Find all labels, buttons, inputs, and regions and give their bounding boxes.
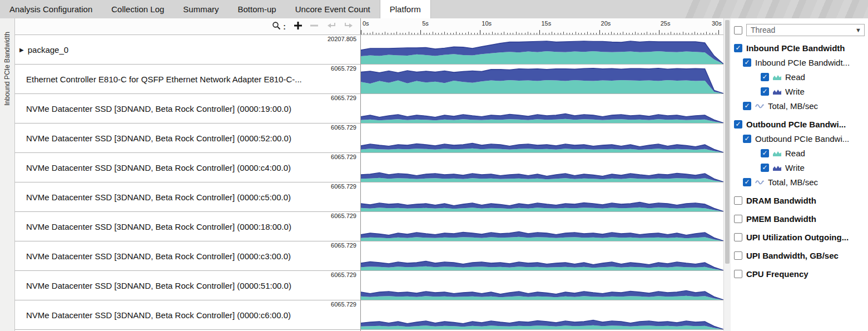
checked-checkbox[interactable]	[743, 58, 751, 67]
ruler-tick	[563, 32, 564, 34]
zoom-undo-icon[interactable]	[326, 21, 336, 32]
tab-platform[interactable]: Platform	[380, 0, 431, 18]
ruler-tick	[385, 32, 385, 34]
metric-item-read[interactable]: Read	[734, 70, 866, 84]
row-chart[interactable]	[360, 123, 723, 153]
metric-item-pmem-bandwidth[interactable]: PMEM Bandwidth	[734, 211, 866, 226]
metric-item-inbound-pcie-bandwidt[interactable]: Inbound PCIe Bandwidt...	[734, 55, 866, 70]
row-chart[interactable]	[360, 212, 723, 241]
metric-item-read[interactable]: Read	[734, 146, 866, 160]
tab-uncore-event-count[interactable]: Uncore Event Count	[286, 0, 380, 18]
row-label-cell[interactable]: 6065.729NVMe Datacenter SSD [3DNAND, Bet…	[15, 182, 360, 212]
checked-checkbox[interactable]	[743, 178, 751, 186]
metric-label: Write	[785, 163, 805, 172]
ruler-tick	[561, 33, 561, 34]
timeline-row: 6065.729NVMe Datacenter SSD [3DNAND, Bet…	[15, 300, 723, 330]
ruler-label: 30s	[712, 20, 722, 27]
metric-item-upi-utilization-outgoing[interactable]: UPI Utilization Outgoing...	[734, 230, 866, 244]
unchecked-checkbox[interactable]	[734, 251, 742, 260]
checked-checkbox[interactable]	[743, 135, 751, 143]
row-label-cell[interactable]: 6065.729NVMe Datacenter SSD [3DNAND, Bet…	[15, 271, 360, 300]
ruler-tick	[668, 33, 668, 34]
read-area-icon	[773, 150, 781, 156]
timeline-row: 6065.729NVMe Datacenter SSD [3DNAND, Bet…	[15, 123, 723, 153]
metric-item-write[interactable]: Write	[734, 84, 866, 98]
ruler-tick	[361, 30, 361, 34]
row-chart[interactable]	[360, 65, 723, 94]
row-name: NVMe Datacenter SSD [3DNAND, Beta Rock C…	[15, 300, 360, 329]
checked-checkbox[interactable]	[761, 73, 769, 81]
row-label-cell[interactable]: 20207.805▶package_0	[15, 35, 360, 65]
ruler-tick	[507, 33, 508, 34]
row-label-cell[interactable]: 6065.729NVMe Datacenter SSD [3DNAND, Bet…	[15, 212, 360, 241]
checked-checkbox[interactable]	[761, 164, 769, 172]
unchecked-checkbox[interactable]	[734, 215, 742, 223]
timeline-row: 6065.729NVMe Datacenter SSD [3DNAND, Bet…	[15, 212, 723, 241]
row-name-text: NVMe Datacenter SSD [3DNAND, Beta Rock C…	[26, 192, 291, 202]
metric-item-write[interactable]: Write	[734, 160, 866, 175]
ruler-tick	[686, 33, 686, 34]
ruler-tick	[459, 33, 460, 34]
ruler-tick	[539, 30, 540, 34]
row-chart[interactable]	[360, 241, 723, 271]
timeline-ruler[interactable]: 0s5s10s15s20s25s30s	[360, 18, 723, 34]
checked-checkbox[interactable]	[761, 87, 769, 96]
unchecked-checkbox[interactable]	[734, 270, 742, 278]
row-chart[interactable]	[360, 182, 723, 212]
checked-checkbox[interactable]	[734, 44, 742, 52]
zoom-in-icon[interactable]	[294, 22, 302, 32]
ruler-tick	[465, 33, 466, 34]
write-area-icon	[773, 165, 781, 171]
ruler-tick	[641, 33, 642, 34]
timeline-row: 6065.729NVMe Datacenter SSD [3DNAND, Bet…	[15, 182, 723, 212]
metric-item-cpu-frequency[interactable]: CPU Frequency	[734, 266, 866, 281]
expand-arrow-icon[interactable]: ▶	[19, 47, 24, 53]
row-label-cell[interactable]: 6065.729Ethernet Controller E810-C for Q…	[15, 65, 360, 94]
tab-collection-log[interactable]: Collection Log	[102, 0, 173, 18]
metric-item-dram-bandwidth[interactable]: DRAM Bandwidth	[734, 193, 866, 208]
row-label-cell[interactable]: 6065.729NVMe Datacenter SSD [3DNAND, Bet…	[15, 300, 360, 330]
row-label-cell[interactable]: 6065.729NVMe Datacenter SSD [3DNAND, Bet…	[15, 153, 360, 182]
tab-summary[interactable]: Summary	[173, 0, 228, 18]
row-chart[interactable]	[360, 300, 723, 330]
unchecked-checkbox[interactable]	[734, 233, 742, 241]
search-icon[interactable]	[272, 21, 281, 32]
vertical-scrollbar[interactable]	[723, 18, 731, 331]
metric-label: Inbound PCIe Bandwidt...	[755, 58, 850, 67]
row-chart[interactable]	[360, 35, 723, 65]
metric-item-outbound-pcie-bandwi[interactable]: Outbound PCIe Bandwi...	[734, 131, 866, 146]
ruler-tick	[602, 33, 603, 34]
ruler-tick	[596, 33, 597, 34]
checked-checkbox[interactable]	[734, 120, 742, 129]
ruler-tick	[578, 33, 579, 34]
ruler-tick	[545, 33, 546, 34]
scrollbar-thumb[interactable]	[725, 20, 730, 264]
ruler-tick	[489, 33, 489, 34]
ruler-tick	[444, 32, 445, 34]
tab-bottom-up[interactable]: Bottom-up	[229, 0, 286, 18]
unchecked-checkbox[interactable]	[734, 196, 742, 205]
row-label-cell[interactable]: 6065.729NVMe Datacenter SSD [3DNAND, Bet…	[15, 94, 360, 123]
ruler-tick	[409, 32, 409, 34]
thread-dropdown[interactable]: Thread ▼	[746, 24, 865, 36]
tab-analysis-configuration[interactable]: Analysis Configuration	[0, 0, 102, 18]
row-label-cell[interactable]: 6065.729NVMe Datacenter SSD [3DNAND, Bet…	[15, 123, 360, 153]
metric-item-upi-bandwidth-gb-sec[interactable]: UPI Bandwidth, GB/sec	[734, 248, 866, 263]
row-chart[interactable]	[360, 94, 723, 123]
row-chart[interactable]	[360, 153, 723, 182]
zoom-redo-icon[interactable]	[344, 21, 354, 32]
metric-item-inbound-pcie-bandwidth[interactable]: Inbound PCIe Bandwidth	[734, 41, 866, 55]
checked-checkbox[interactable]	[743, 102, 751, 110]
zoom-out-icon[interactable]	[310, 22, 318, 32]
ruler-tick	[394, 33, 394, 34]
checked-checkbox[interactable]	[761, 149, 769, 157]
row-label-cell[interactable]: 6065.729NVMe Datacenter SSD [3DNAND, Bet…	[15, 241, 360, 271]
thread-checkbox[interactable]	[734, 26, 742, 34]
ruler-tick	[716, 33, 716, 34]
ruler-tick	[477, 33, 478, 34]
ruler-tick	[617, 33, 618, 34]
metric-item-outbound-pcie-bandwi[interactable]: Outbound PCIe Bandwi...	[734, 117, 866, 131]
metric-item-total-mb-sec[interactable]: Total, MB/sec	[734, 175, 866, 189]
row-chart[interactable]	[360, 271, 723, 300]
metric-item-total-mb-sec[interactable]: Total, MB/sec	[734, 98, 866, 113]
